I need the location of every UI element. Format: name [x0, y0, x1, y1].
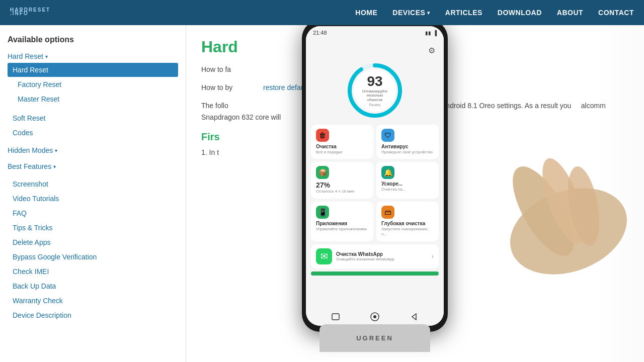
clean-title: Очистка	[316, 144, 368, 150]
sidebar-item-bypass-google[interactable]: Bypass Google Verification	[8, 250, 178, 264]
chevron-icon: ▾	[45, 54, 48, 59]
chevron-icon-2: ▾	[55, 148, 57, 153]
sidebar-group-best-features[interactable]: Best Features ▾	[8, 160, 178, 172]
site-logo[interactable]: HARDRESET .INFO	[10, 9, 50, 16]
sidebar-group-hidden-modes[interactable]: Hidden Modes ▾	[8, 144, 178, 156]
whatsapp-row[interactable]: ✉ Очистка WhatsApp Очищайте вложения Wha…	[311, 244, 439, 268]
score-inner: 93 Оптимизируйте несколько объектов Поча…	[360, 74, 390, 107]
sidebar-item-master-reset[interactable]: Master Reset	[8, 92, 178, 106]
score-number: 93	[360, 74, 390, 88]
settings-button[interactable]: ⚙	[426, 44, 438, 56]
deep-clean-sub: Запустите сканирование, ч...	[381, 227, 434, 237]
status-icons: ▮▮ ▐	[425, 30, 437, 36]
main-layout: Available options Hard Reset ▾ Hard Rese…	[0, 25, 644, 362]
sidebar-group-label-best: Best Features	[8, 162, 51, 170]
clean-sub: Всё в порядке	[316, 150, 368, 155]
svg-point-9	[534, 153, 593, 249]
battery-icon: ▮▮	[425, 30, 431, 36]
svg-point-10	[563, 164, 605, 248]
deep-clean-icon: 🗃	[381, 206, 394, 219]
sidebar-group-label-hidden: Hidden Modes	[8, 146, 53, 154]
nav-home[interactable]: HOME	[355, 9, 377, 17]
chevron-right-icon: ›	[432, 253, 434, 260]
svg-rect-3	[332, 314, 339, 320]
score-label: Оптимизируйте несколько объектов	[360, 89, 390, 102]
recents-icon	[332, 313, 340, 320]
app-header: ⚙	[309, 42, 441, 58]
nav-links: HOME DEVICES ▾ ARTICLES DOWNLOAD ABOUT C…	[355, 9, 634, 17]
nav-about[interactable]: ABOUT	[557, 9, 583, 17]
navbar: HARDRESET .INFO HOME DEVICES ▾ ARTICLES …	[0, 0, 644, 25]
grid-item-deep-clean[interactable]: 🗃 Глубокая очистка Запустите сканировани…	[376, 202, 439, 241]
phone-navbar	[306, 308, 444, 326]
grid-item-apps[interactable]: 📱 Приложения Управляйте приложениями	[311, 202, 373, 241]
antivirus-sub: Проверьте своё устройство	[381, 150, 434, 155]
grid-item-boost[interactable]: 🔔 Ускоре... Очистка па...	[376, 162, 439, 198]
sidebar-group-hard-reset[interactable]: Hard Reset ▾	[8, 50, 178, 62]
boost-icon: 🔔	[381, 166, 394, 179]
sidebar-item-device-description[interactable]: Device Description	[8, 308, 178, 322]
sidebar-item-faq[interactable]: FAQ	[8, 206, 178, 220]
sidebar-item-check-imei[interactable]: Check IMEI	[8, 264, 178, 279]
sidebar-item-soft-reset[interactable]: Soft Reset	[8, 111, 178, 125]
whatsapp-sub: Очищайте вложения WhatsApp	[336, 257, 428, 261]
content-area: Hard Redmi 7 How to factory reset and wi…	[186, 25, 644, 362]
score-action-label: Почать	[360, 103, 390, 107]
sidebar-group-label-text: Hard Reset	[8, 52, 43, 60]
sidebar-item-factory-reset[interactable]: Factory Reset	[8, 77, 178, 92]
nav-download[interactable]: DOWNLOAD	[498, 9, 542, 17]
sidebar-item-warranty-check[interactable]: Warranty Check	[8, 294, 178, 308]
wifi-icon: ▐	[433, 30, 437, 36]
svg-point-7	[498, 173, 639, 290]
apps-icon: 📱	[316, 206, 329, 219]
svg-marker-6	[412, 314, 416, 320]
sidebar-item-screenshot[interactable]: Screenshot	[8, 177, 178, 191]
svg-point-5	[373, 315, 376, 318]
app-grid: 🗑 Очистка Всё в порядке 🛡 Антивирус Пров…	[309, 125, 441, 241]
phone-nav-back[interactable]	[409, 312, 419, 322]
grid-item-antivirus[interactable]: 🛡 Антивирус Проверьте своё устройство	[376, 125, 439, 159]
score-section: 93 Оптимизируйте несколько объектов Поча…	[309, 60, 441, 121]
grid-item-clean[interactable]: 🗑 Очистка Всё в порядке	[311, 125, 373, 159]
score-circle: 93 Оптимизируйте несколько объектов Поча…	[345, 60, 405, 121]
antivirus-title: Антивирус	[381, 144, 434, 150]
phone-screen: 21:48 ▮▮ ▐ ⚙	[306, 26, 444, 326]
whatsapp-text: Очистка WhatsApp Очищайте вложения Whats…	[336, 251, 428, 261]
sidebar-item-codes[interactable]: Codes	[8, 126, 178, 140]
sidebar-item-video-tutorials[interactable]: Video Tutorials	[8, 192, 178, 206]
sidebar-item-hard-reset[interactable]: Hard Reset	[8, 63, 178, 77]
chevron-icon-3: ▾	[53, 164, 56, 169]
battery-grid-icon: 📦	[316, 166, 329, 179]
sidebar-item-back-up-data[interactable]: Back Up Data	[8, 279, 178, 293]
sidebar-title: Available options	[8, 35, 178, 44]
app-cleaner: ⚙ 93	[306, 39, 444, 308]
phone-nav-recents[interactable]	[331, 312, 341, 322]
phone-mockup: 21:48 ▮▮ ▐ ⚙	[302, 25, 448, 352]
apps-sub: Управляйте приложениями	[316, 227, 368, 232]
home-circle-icon	[370, 312, 379, 321]
nav-contact[interactable]: CONTACT	[598, 9, 634, 17]
boost-sub: Очистка па...	[381, 187, 434, 192]
phone-body: 21:48 ▮▮ ▐ ⚙	[302, 25, 448, 332]
sidebar: Available options Hard Reset ▾ Hard Rese…	[0, 25, 186, 362]
nav-devices[interactable]: DEVICES ▾	[392, 9, 430, 17]
nav-articles[interactable]: ARTICLES	[445, 9, 482, 17]
antivirus-icon: 🛡	[381, 129, 394, 142]
sidebar-item-delete-apps[interactable]: Delete Apps	[8, 235, 178, 249]
status-bar: 21:48 ▮▮ ▐	[306, 26, 444, 39]
battery-sub: Осталось 4 ч 19 мин	[316, 189, 368, 194]
deep-clean-title: Глубокая очистка	[381, 221, 434, 227]
whatsapp-title: Очистка WhatsApp	[336, 251, 428, 257]
grid-item-battery[interactable]: 📦 27% Осталось 4 ч 19 мин	[311, 162, 373, 198]
sidebar-item-tips-tricks[interactable]: Tips & Tricks	[8, 221, 178, 235]
svg-point-8	[501, 157, 586, 264]
whatsapp-icon: ✉	[316, 248, 332, 264]
stand-brand-label: UGREEN	[356, 334, 393, 342]
phone-stand: UGREEN	[319, 324, 430, 352]
status-time: 21:48	[313, 30, 327, 36]
back-icon	[410, 313, 418, 320]
progress-bar	[311, 272, 439, 276]
boost-title: Ускоре...	[381, 181, 434, 187]
phone-nav-home[interactable]	[370, 312, 380, 322]
chevron-down-icon: ▾	[427, 10, 430, 16]
